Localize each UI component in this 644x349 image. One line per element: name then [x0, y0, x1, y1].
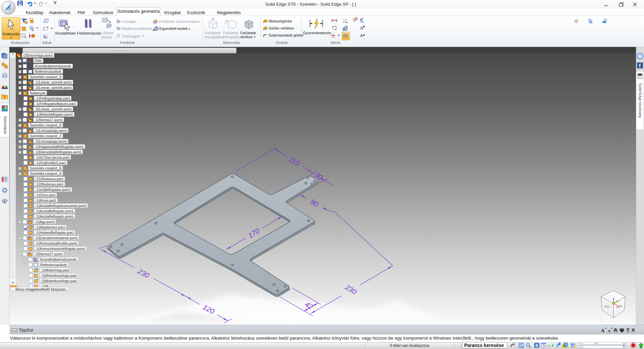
- svg-text:A: A: [601, 328, 605, 333]
- svg-text:y: y: [30, 64, 31, 66]
- svg-text:y: y: [35, 257, 36, 259]
- svg-text:x: x: [333, 18, 334, 20]
- svg-text:110: 110: [287, 155, 301, 167]
- svg-text:x: x: [342, 18, 343, 20]
- svg-text:?: ?: [639, 54, 641, 58]
- svg-text:x: x: [47, 36, 48, 38]
- svg-text:A: A: [608, 329, 610, 333]
- svg-text:170: 170: [247, 227, 261, 239]
- svg-text:A: A: [360, 34, 363, 38]
- svg-text:230: 230: [137, 267, 151, 280]
- svg-text:x: x: [37, 259, 38, 261]
- svg-text:A: A: [360, 18, 363, 22]
- svg-text:x: x: [333, 28, 334, 31]
- svg-text:A: A: [360, 26, 363, 31]
- svg-text:f: f: [639, 63, 641, 68]
- svg-text:x: x: [331, 37, 332, 39]
- svg-text:o: o: [334, 37, 335, 39]
- svg-text:?: ?: [3, 95, 6, 99]
- svg-text:90: 90: [309, 198, 320, 208]
- svg-text:230: 230: [344, 283, 358, 296]
- svg-text:x: x: [31, 66, 32, 68]
- svg-text:L: L: [4, 200, 6, 204]
